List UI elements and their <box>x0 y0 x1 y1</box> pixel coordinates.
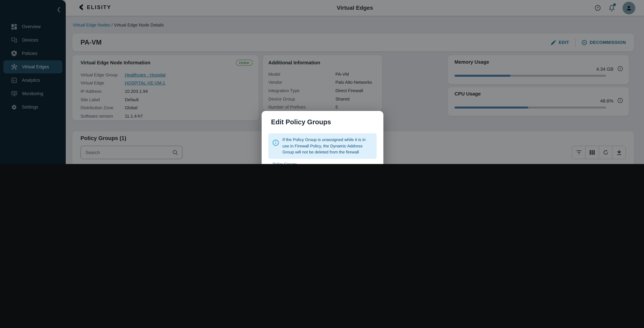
field-label: Policy Groups <box>271 162 298 164</box>
alert-text: If the Policy Group is unassigned while … <box>282 137 373 155</box>
edit-policy-groups-modal: Edit Policy Groups If the Policy Group i… <box>262 111 384 164</box>
modal-title: Edit Policy Groups <box>271 118 331 126</box>
info-icon <box>272 139 279 146</box>
info-alert: If the Policy Group is unassigned while … <box>268 133 377 159</box>
app-window: ELISITY Virtual Edges ? <box>0 0 644 164</box>
